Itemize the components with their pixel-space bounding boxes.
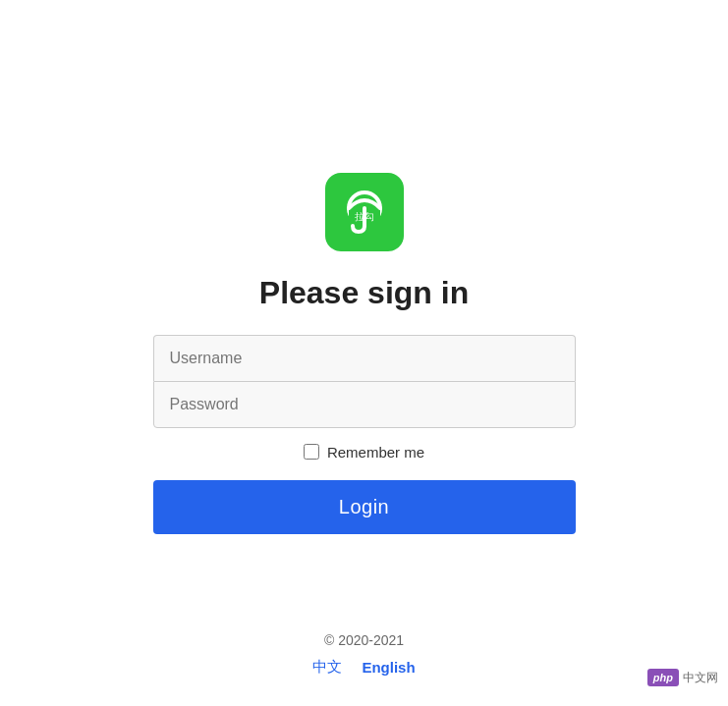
- language-zh-link[interactable]: 中文: [312, 658, 342, 677]
- login-form: [153, 335, 576, 428]
- remember-label: Remember me: [327, 444, 424, 461]
- logo-icon: 拉勾: [339, 187, 390, 238]
- logo-box: 拉勾: [325, 173, 404, 251]
- language-row: 中文 English: [312, 658, 415, 677]
- page-title: Please sign in: [259, 275, 469, 311]
- username-input[interactable]: [153, 335, 576, 381]
- language-en-link[interactable]: English: [362, 659, 415, 676]
- php-badge-label: php: [647, 669, 679, 686]
- remember-row: Remember me: [304, 444, 424, 461]
- copyright-text: © 2020-2021: [324, 632, 404, 648]
- php-badge-site: 中文网: [683, 670, 718, 686]
- php-badge: php 中文网: [647, 669, 718, 686]
- login-container: 拉勾 Please sign in Remember me Login: [119, 153, 610, 554]
- password-input[interactable]: [153, 381, 576, 428]
- svg-text:拉勾: 拉勾: [355, 211, 374, 222]
- login-button[interactable]: Login: [153, 480, 576, 534]
- logo-wrapper: 拉勾: [325, 173, 404, 251]
- remember-checkbox[interactable]: [304, 444, 319, 460]
- footer: © 2020-2021 中文 English: [0, 632, 728, 677]
